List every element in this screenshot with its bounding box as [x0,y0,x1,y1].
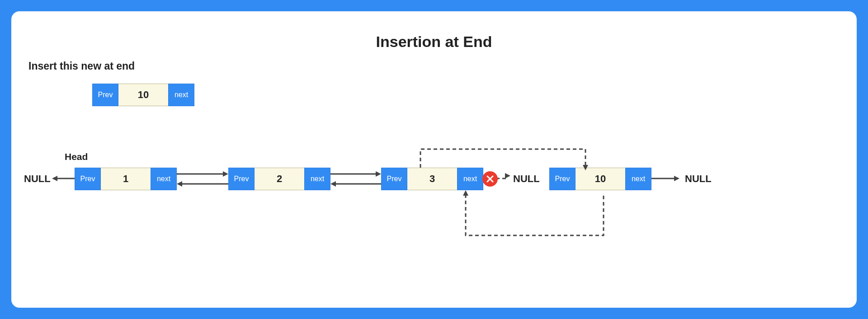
node-2: Prev 2 next [228,168,330,190]
new-node-prev: Prev [92,84,118,106]
svg-marker-17 [463,190,468,196]
head-label: Head [65,151,88,162]
arrow-2-3 [330,168,381,191]
arrowhead-3-null-old [501,173,513,184]
node-4-next: next [625,168,651,190]
null-middle: NULL [513,173,540,185]
diagram-caption: Insert this new at end [28,60,135,72]
node-1: Prev 1 next [75,168,177,190]
new-prev-link [463,190,626,240]
node-1-next: next [151,168,177,190]
svg-marker-3 [223,171,228,177]
arrow-1-2 [177,168,228,191]
new-node-value: 10 [118,84,168,106]
svg-marker-7 [376,171,381,177]
node-1-prev: Prev [75,168,101,190]
new-node: Prev 10 next [92,84,194,106]
arrow-4-null-right [651,169,679,183]
diagram-panel: Insertion at End Insert this new at end … [11,11,857,308]
svg-marker-5 [177,181,182,187]
new-node-next: next [168,84,194,106]
node-1-value: 1 [101,168,151,190]
node-3-prev: Prev [381,168,407,190]
null-right: NULL [685,173,712,185]
arrow-null-left [52,169,75,183]
diagram-title: Insertion at End [11,33,857,51]
svg-marker-9 [330,181,336,187]
svg-marker-1 [52,176,57,181]
null-left: NULL [24,173,51,185]
node-2-value: 2 [255,168,304,190]
svg-marker-15 [674,176,679,181]
node-2-next: next [304,168,330,190]
svg-marker-16 [583,165,588,170]
node-2-prev: Prev [228,168,255,190]
new-next-link [418,147,590,174]
